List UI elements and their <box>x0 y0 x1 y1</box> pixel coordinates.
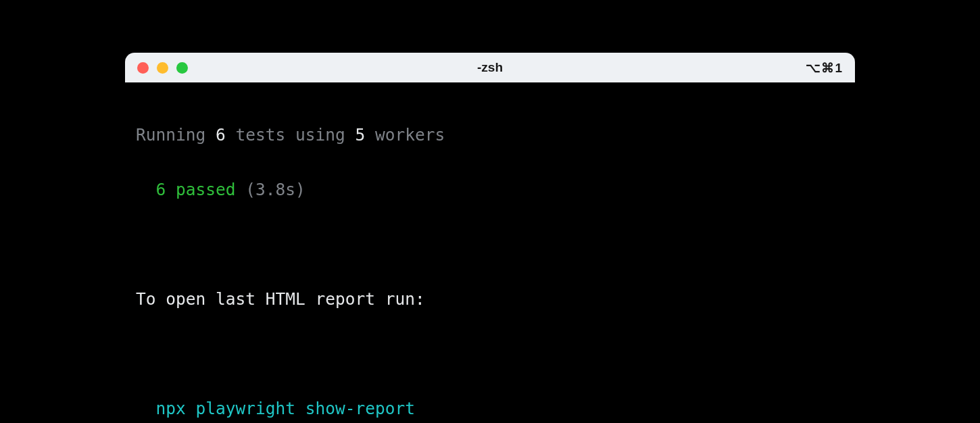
terminal-window: -zsh ⌥⌘1 Running 6 tests using 5 workers… <box>125 53 855 423</box>
output-line-running: Running 6 tests using 5 workers <box>136 122 844 149</box>
traffic-lights <box>137 62 188 74</box>
window-shortcut: ⌥⌘1 <box>806 60 843 76</box>
blank-line <box>136 341 844 368</box>
text-running-suffix: workers <box>365 125 445 145</box>
text-passed: 6 passed <box>156 180 236 199</box>
text-duration: (3.8s) <box>236 180 305 199</box>
text-command: npx playwright show-report <box>136 395 415 422</box>
window-title: -zsh <box>477 60 503 75</box>
text-workers-count: 5 <box>356 125 366 145</box>
maximize-icon[interactable] <box>176 62 188 74</box>
blank-line <box>136 231 844 258</box>
minimize-icon[interactable] <box>157 62 168 74</box>
terminal-output[interactable]: Running 6 tests using 5 workers 6 passed… <box>125 82 855 423</box>
titlebar: -zsh ⌥⌘1 <box>125 53 855 82</box>
output-line-hint: To open last HTML report run: <box>136 286 844 313</box>
close-icon[interactable] <box>137 62 149 74</box>
text-running-prefix: Running <box>136 125 216 145</box>
output-line-passed: 6 passed (3.8s) <box>136 176 844 203</box>
text-tests-count: 6 <box>216 125 226 145</box>
text-running-mid: tests using <box>226 125 356 145</box>
output-line-command: npx playwright show-report <box>136 395 844 422</box>
